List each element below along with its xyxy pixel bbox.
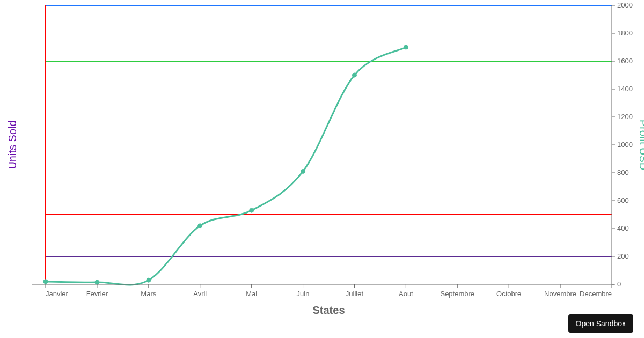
series-point — [147, 278, 151, 282]
chart-svg: JanvierFevrierMarsAvrilMaiJuinJuilletAou… — [0, 0, 644, 338]
x-tick-label: Avril — [193, 290, 207, 298]
y-tick-label: 1200 — [617, 113, 633, 121]
series-point — [404, 45, 408, 49]
x-tick-label: Mars — [141, 290, 156, 298]
x-tick-label: Mai — [246, 290, 257, 298]
y-tick-label: 1800 — [617, 29, 633, 37]
y-tick-label: 1000 — [617, 141, 633, 149]
x-tick-label: Fevrier — [86, 290, 108, 298]
x-tick-label: Juillet — [346, 290, 364, 298]
x-tick-label: Aout — [399, 290, 413, 298]
series-point — [43, 280, 48, 284]
x-tick-label: Decembre — [580, 290, 612, 298]
x-tick-label: Novembre — [544, 290, 576, 298]
x-tick-label: Septembre — [440, 290, 474, 298]
x-axis-title: States — [312, 304, 345, 316]
y-tick-label: 800 — [617, 168, 629, 177]
series-point — [95, 280, 99, 284]
x-tick-label: Juin — [297, 290, 310, 298]
y-tick-label: 1400 — [617, 85, 633, 93]
y-tick-label: 200 — [617, 252, 629, 260]
y-tick-label: 2000 — [617, 1, 633, 9]
y-tick-label: 400 — [617, 224, 629, 232]
y-tick-label: 600 — [617, 196, 629, 204]
y-right-axis-title: Profit USD — [638, 120, 644, 170]
series-line-profit — [46, 47, 406, 285]
open-sandbox-button[interactable]: Open Sandbox — [568, 314, 633, 333]
y-tick-label: 1600 — [617, 57, 633, 65]
series-point — [198, 224, 202, 228]
y-left-axis-title: Units Sold — [6, 120, 18, 169]
x-tick-label: Janvier — [46, 290, 69, 298]
chart-container: JanvierFevrierMarsAvrilMaiJuinJuilletAou… — [0, 0, 644, 338]
series-point — [301, 169, 305, 173]
y-tick-label: 0 — [617, 280, 621, 288]
series-point — [352, 73, 356, 77]
x-tick-label: Octobre — [496, 290, 521, 298]
series-point — [250, 208, 254, 212]
